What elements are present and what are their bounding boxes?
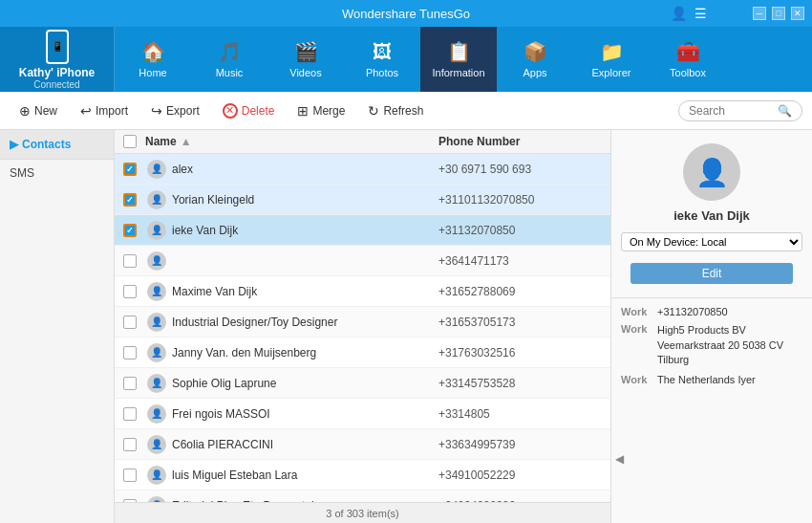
delete-label: Delete	[242, 104, 275, 118]
row-check[interactable]	[115, 285, 145, 298]
merge-label: Merge	[312, 104, 345, 118]
title-bar: Wondershare TunesGo 👤 ☰ ─ □ ✕	[0, 0, 812, 27]
detail-field-work-address: Work High5 Products BVVeemarkstraat 20 5…	[611, 320, 812, 370]
contact-row[interactable]: 👤 luis Miguel Esteban Lara +34910052229	[115, 460, 610, 490]
contact-row[interactable]: 👤 Yorian Kleingeld +31101132070850	[115, 185, 610, 215]
toolbox-icon: 🧰	[676, 40, 700, 63]
minimize-button[interactable]: ─	[753, 7, 766, 20]
row-avatar: 👤	[145, 313, 168, 332]
nav-photos[interactable]: 🖼 Photos	[344, 27, 420, 92]
row-check[interactable]	[115, 346, 145, 360]
row-avatar: 👤	[145, 466, 168, 485]
nav-videos[interactable]: 🎬 Videos	[267, 27, 344, 92]
edit-button[interactable]: Edit	[630, 263, 793, 284]
row-check[interactable]	[115, 407, 145, 421]
contact-row[interactable]: 👤 Frei ngois MASSOI +3314805	[115, 399, 610, 429]
delete-button[interactable]: ✕ Delete	[213, 99, 285, 122]
device-status: Connected	[33, 79, 79, 90]
nav-music-label: Music	[216, 67, 244, 78]
contact-list-area: Name ▲ Phone Number 👤 alex +30 6971 590 …	[115, 130, 611, 523]
row-check[interactable]	[115, 163, 145, 176]
contact-row[interactable]: 👤 C6olia PIERACCINI +33634995739	[115, 429, 610, 460]
row-check[interactable]	[115, 224, 145, 237]
row-checkbox[interactable]	[123, 224, 137, 237]
row-checkbox[interactable]	[123, 407, 137, 421]
contact-row[interactable]: 👤 Sophie Olig Laprune +33145753528	[115, 368, 610, 399]
detail-device-row: On My Device: Local	[611, 229, 812, 255]
user-icon: 👤	[671, 6, 687, 21]
new-button[interactable]: ⊕ New	[10, 99, 67, 122]
merge-icon: ⊞	[297, 103, 309, 119]
scroll-indicator: ◀	[611, 396, 627, 524]
row-checkbox[interactable]	[123, 438, 137, 451]
field-label-work2: Work	[621, 323, 652, 367]
row-check[interactable]	[115, 254, 145, 268]
nav-home[interactable]: 🏠 Home	[115, 27, 191, 92]
new-icon: ⊕	[19, 103, 31, 119]
row-avatar: 👤	[145, 435, 168, 454]
import-button[interactable]: ↩ Import	[71, 99, 138, 122]
nav-toolbox-label: Toolbox	[670, 67, 706, 78]
avatar: 👤	[147, 374, 166, 393]
row-checkbox[interactable]	[123, 377, 137, 390]
row-checkbox[interactable]	[123, 316, 137, 329]
music-icon: 🎵	[218, 40, 242, 63]
search-box[interactable]: 🔍	[678, 100, 802, 121]
header-check[interactable]	[115, 135, 145, 148]
contact-row[interactable]: 👤 Industrial Designer/Toy Designer +3165…	[115, 307, 610, 338]
row-name: Yorian Kleingeld	[172, 193, 438, 207]
nav-apps[interactable]: 📦 Apps	[497, 27, 573, 92]
row-checkbox[interactable]	[123, 469, 137, 482]
row-name: ieke Van Dijk	[172, 224, 438, 237]
sidebar-section-contacts[interactable]: ▶ Contacts	[0, 130, 114, 160]
row-check[interactable]	[115, 193, 145, 207]
row-checkbox[interactable]	[123, 285, 137, 298]
device-select[interactable]: On My Device: Local	[621, 232, 802, 251]
nav-home-label: Home	[139, 67, 166, 78]
contact-row[interactable]: 👤 alex +30 6971 590 693	[115, 154, 610, 185]
field-value-work1: +31132070850	[657, 306, 802, 317]
header-phone: Phone Number	[438, 135, 610, 148]
row-check[interactable]	[115, 377, 145, 390]
row-check[interactable]	[115, 316, 145, 329]
nav-videos-label: Videos	[289, 67, 321, 78]
device-name: Kathy' iPhone	[19, 66, 96, 79]
row-check[interactable]	[115, 469, 145, 482]
row-phone: +31132070850	[438, 224, 610, 237]
contact-row[interactable]: 👤 Editorial Plan Eta Dsagostni +34934926…	[115, 490, 610, 502]
detail-field-work-country: Work The Netherlands Iyer	[611, 371, 812, 388]
row-checkbox[interactable]	[123, 163, 137, 176]
main-content: ▶ Contacts SMS Name ▲ Phone Number	[0, 130, 812, 523]
avatar: 👤	[147, 160, 166, 179]
nav-information[interactable]: 📋 Information	[420, 27, 497, 92]
row-avatar: 👤	[145, 374, 168, 393]
contact-row[interactable]: 👤 ieke Van Dijk +31132070850	[115, 215, 610, 246]
export-button[interactable]: ↪ Export	[141, 99, 209, 122]
merge-button[interactable]: ⊞ Merge	[288, 99, 354, 122]
refresh-button[interactable]: ↻ Refresh	[358, 99, 433, 122]
row-check[interactable]	[115, 438, 145, 451]
nav-bar: 📱 Kathy' iPhone Connected 🏠 Home 🎵 Music…	[0, 27, 812, 92]
avatar: 👤	[683, 143, 740, 201]
maximize-button[interactable]: □	[772, 7, 785, 20]
export-icon: ↪	[151, 103, 162, 119]
row-checkbox[interactable]	[123, 193, 137, 207]
row-checkbox[interactable]	[123, 346, 137, 360]
close-button[interactable]: ✕	[791, 7, 804, 20]
row-checkbox[interactable]	[123, 254, 137, 268]
contact-row[interactable]: 👤 +3641471173	[115, 246, 610, 276]
sort-icon[interactable]: ▲	[181, 135, 192, 148]
nav-music[interactable]: 🎵 Music	[191, 27, 267, 92]
row-name: Janny Van. den Muijsenberg	[172, 346, 438, 360]
explorer-icon: 📁	[600, 40, 624, 63]
row-name: C6olia PIERACCINI	[172, 438, 438, 451]
select-all-checkbox[interactable]	[123, 135, 137, 148]
contact-row[interactable]: 👤 Maxime Van Dijk +31652788069	[115, 276, 610, 307]
window-controls[interactable]: ─ □ ✕	[753, 7, 804, 20]
sidebar-item-sms[interactable]: SMS	[0, 160, 114, 186]
nav-toolbox[interactable]: 🧰 Toolbox	[650, 27, 726, 92]
row-phone: +3314805	[438, 407, 610, 421]
contact-row[interactable]: 👤 Janny Van. den Muijsenberg +3176303251…	[115, 338, 610, 368]
nav-explorer[interactable]: 📁 Explorer	[573, 27, 650, 92]
search-input[interactable]	[689, 104, 774, 118]
